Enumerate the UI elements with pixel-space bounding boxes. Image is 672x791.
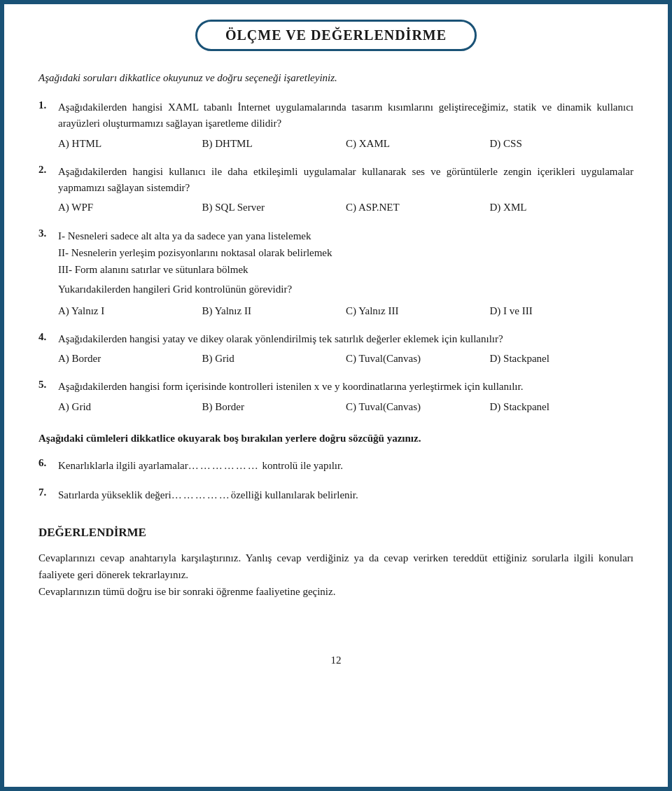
q4-option-d: D) Stackpanel xyxy=(490,353,634,365)
header-section: ÖLÇME VE DEĞERLENDİRME xyxy=(0,0,672,51)
question-3-options: A) Yalnız I B) Yalnız II C) Yalnız III D… xyxy=(38,305,634,317)
fill-section-instruction: Aşağıdaki cümleleri dikkatlice okuyarak … xyxy=(38,433,634,444)
q3-list-item-1: I- Nesneleri sadece alt alta ya da sadec… xyxy=(58,227,634,244)
fill-q7-text2: özelliği kullanılarak belirlenir. xyxy=(231,489,358,500)
main-instruction: Aşağıdaki soruları dikkatlice okuyunuz v… xyxy=(38,72,634,84)
fill-q6-text: Kenarlıklarla ilgili ayarlamalar……………… k… xyxy=(58,457,634,474)
bottom-border xyxy=(0,787,672,791)
q4-option-c: C) Tuval(Canvas) xyxy=(346,353,490,365)
question-5-options: A) Grid B) Border C) Tuval(Canvas) D) St… xyxy=(38,401,634,413)
q2-option-b: B) SQL Server xyxy=(202,202,346,214)
question-2-row: 2. Aşağıdakilerden hangisi kullanıcı ile… xyxy=(38,164,634,197)
fill-q6-dots: ……………… xyxy=(188,460,260,471)
question-5-text: Aşağıdakilerden hangisi form içerisinde … xyxy=(58,379,634,395)
question-1-text: Aşağıdakilerden hangisi XAML tabanlı İnt… xyxy=(58,99,634,132)
evaluation-text-2: Cevaplarınızın tümü doğru ise bir sonrak… xyxy=(38,583,634,600)
fill-q7-dots: …………… xyxy=(172,489,231,500)
q1-option-a: A) HTML xyxy=(58,138,202,150)
q3-followup: Yukarıdakilerden hangileri Grid kontrolü… xyxy=(58,284,634,295)
question-3-row: 3. I- Nesneleri sadece alt alta ya da sa… xyxy=(38,227,634,300)
question-4-options: A) Border B) Grid C) Tuval(Canvas) D) St… xyxy=(38,353,634,365)
q4-option-b: B) Grid xyxy=(202,353,346,365)
question-4-text: Aşağıdakilerden hangisi yatay ve dikey o… xyxy=(58,331,634,347)
q3-list: I- Nesneleri sadece alt alta ya da sadec… xyxy=(58,227,634,278)
question-1-row: 1. Aşağıdakilerden hangisi XAML tabanlı … xyxy=(38,99,634,132)
right-border xyxy=(668,0,672,791)
q4-option-a: A) Border xyxy=(58,353,202,365)
question-4-row: 4. Aşağıdakilerden hangisi yatay ve dike… xyxy=(38,331,634,347)
q3-option-a: A) Yalnız I xyxy=(58,305,202,317)
q1-option-c: C) XAML xyxy=(346,138,490,150)
fill-q7-text1: Satırlarda yükseklik değeri xyxy=(58,489,172,500)
question-5-number: 5. xyxy=(38,379,58,391)
q3-option-b: B) Yalnız II xyxy=(202,305,346,317)
question-3: 3. I- Nesneleri sadece alt alta ya da sa… xyxy=(38,227,634,317)
q3-list-item-2: II- Nesnelerin yerleşim pozisyonlarını n… xyxy=(58,244,634,261)
fill-question-6: 6. Kenarlıklarla ilgili ayarlamalar……………… xyxy=(38,457,634,474)
q1-option-b: B) DHTML xyxy=(202,138,346,150)
question-2: 2. Aşağıdakilerden hangisi kullanıcı ile… xyxy=(38,164,634,214)
fill-q7-text: Satırlarda yükseklik değeri……………özelliği… xyxy=(58,486,634,503)
left-border xyxy=(0,0,4,791)
header-title: ÖLÇME VE DEĞERLENDİRME xyxy=(225,27,447,43)
question-3-number: 3. xyxy=(38,227,58,239)
question-5: 5. Aşağıdakilerden hangisi form içerisin… xyxy=(38,379,634,412)
q5-option-a: A) Grid xyxy=(58,401,202,413)
question-2-text: Aşağıdakilerden hangisi kullanıcı ile da… xyxy=(58,164,634,197)
q2-option-c: C) ASP.NET xyxy=(346,202,490,214)
q3-list-item-3: III- Form alanını satırlar ve sütunlara … xyxy=(58,261,634,278)
fill-q7-number: 7. xyxy=(38,486,58,498)
q5-option-d: D) Stackpanel xyxy=(490,401,634,413)
q5-option-c: C) Tuval(Canvas) xyxy=(346,401,490,413)
content-area: Aşağıdaki soruları dikkatlice okuyunuz v… xyxy=(0,72,672,640)
question-4: 4. Aşağıdakilerden hangisi yatay ve dike… xyxy=(38,331,634,365)
question-1-options: A) HTML B) DHTML C) XAML D) CSS xyxy=(38,138,634,150)
question-3-body: I- Nesneleri sadece alt alta ya da sadec… xyxy=(58,227,634,300)
q5-option-b: B) Border xyxy=(202,401,346,413)
top-border xyxy=(0,0,672,4)
fill-q6-text2: kontrolü ile yapılır. xyxy=(260,460,343,471)
q2-option-d: D) XML xyxy=(490,202,634,214)
q3-option-c: C) Yalnız III xyxy=(346,305,490,317)
question-5-row: 5. Aşağıdakilerden hangisi form içerisin… xyxy=(38,379,634,395)
fill-question-7: 7. Satırlarda yükseklik değeri……………özell… xyxy=(38,486,634,503)
question-2-options: A) WPF B) SQL Server C) ASP.NET D) XML xyxy=(38,202,634,214)
q3-option-d: D) I ve III xyxy=(490,305,634,317)
q1-option-d: D) CSS xyxy=(490,138,634,150)
page-number: 12 xyxy=(0,654,672,678)
fill-q6-text1: Kenarlıklarla ilgili ayarlamalar xyxy=(58,460,188,471)
q2-option-a: A) WPF xyxy=(58,202,202,214)
evaluation-section: DEĞERLENDİRME Cevaplarınızı cevap anahta… xyxy=(38,526,634,600)
fill-q6-number: 6. xyxy=(38,457,58,469)
page-container: ÖLÇME VE DEĞERLENDİRME Aşağıdaki sorular… xyxy=(0,0,672,791)
evaluation-text-1: Cevaplarınızı cevap anahtarıyla karşılaş… xyxy=(38,550,634,583)
question-4-number: 4. xyxy=(38,331,58,343)
question-1: 1. Aşağıdakilerden hangisi XAML tabanlı … xyxy=(38,99,634,150)
question-2-number: 2. xyxy=(38,164,58,176)
evaluation-title: DEĞERLENDİRME xyxy=(38,526,634,540)
header-title-box: ÖLÇME VE DEĞERLENDİRME xyxy=(195,20,477,51)
question-1-number: 1. xyxy=(38,99,58,111)
